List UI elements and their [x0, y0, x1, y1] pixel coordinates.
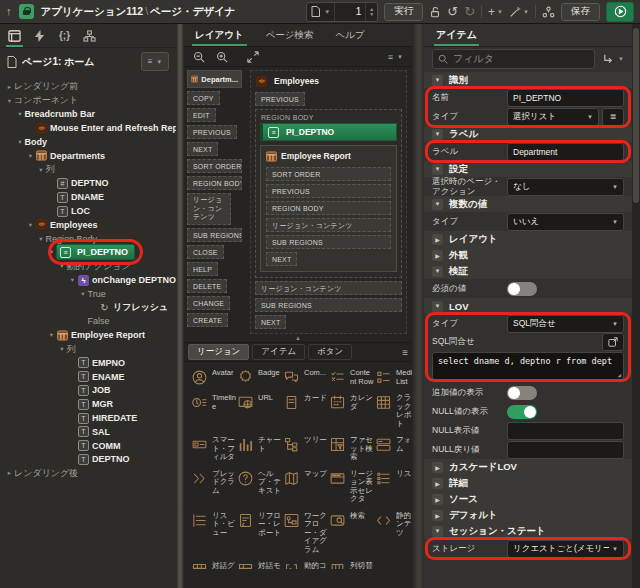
tab-processing[interactable]: {;} — [52, 24, 77, 47]
tab-レイアウト[interactable]: レイアウト — [184, 24, 255, 46]
selected-tree-item[interactable]: ≡PI_DEPTNO — [56, 244, 135, 260]
gallery-item-badge[interactable]: Badge — [237, 369, 282, 386]
left-splitter[interactable] — [176, 24, 184, 588]
slot-リージョン・コンテンツ[interactable]: リージョン・コンテンツ — [266, 218, 391, 232]
collapse-handle[interactable]: ▲ — [295, 335, 301, 341]
tree-item-employee-report[interactable]: ▾Employee Report — [0, 328, 176, 342]
選択時のページ・アクション-select[interactable]: なし▼ — [507, 178, 624, 196]
追加値の表示-toggle[interactable] — [507, 386, 537, 400]
redo-icon[interactable]: ↻ — [464, 5, 475, 18]
tree-item-mouse-enter-and-refresh-report[interactable]: </>Mouse Enter and Refresh Report — [0, 121, 176, 135]
filter-input[interactable]: フィルタ — [432, 49, 595, 69]
tab-ページ検索[interactable]: ページ検索 — [255, 24, 325, 46]
slot-リージョン・コンテンツ[interactable]: リージョン・コンテンツ — [187, 193, 231, 225]
list-of-values-button[interactable]: ≣ — [602, 108, 624, 126]
slot-sub-regions[interactable]: SUB REGIONS — [187, 228, 242, 242]
tab-shared-components[interactable] — [77, 24, 102, 47]
layout-menu-icon[interactable]: ≡▼ — [388, 52, 403, 62]
null値の表示-toggle[interactable] — [507, 405, 537, 419]
chevron-right-icon[interactable]: ▶ — [432, 234, 443, 245]
page-selector[interactable]: ▼ 1 ▲▼ — [306, 2, 378, 22]
right-splitter[interactable] — [412, 24, 424, 588]
utilities-wand-icon[interactable]: ▼ — [509, 6, 529, 18]
tab-item[interactable]: アイテム — [434, 24, 479, 46]
gallery-item-chart[interactable]: チャート — [237, 436, 282, 462]
gallery-item-workflow-diagram[interactable]: ワークフロー・ダイアグラム — [283, 512, 328, 555]
slot-sub-regions[interactable]: SUB REGIONS — [266, 235, 391, 249]
departments-region[interactable]: Departm... COPYEDITPREVIOUSNEXTSORT ORDE… — [187, 70, 242, 327]
gallery-tab-リージョン[interactable]: リージョン — [188, 344, 249, 360]
tree-item-動的アクション[interactable]: ▾動的アクション — [0, 259, 176, 273]
gallery-item-timeline[interactable]: Timeline — [191, 394, 236, 428]
chevron-down-icon[interactable]: ▼ — [432, 526, 443, 537]
gallery-item-interactive-grid[interactable]: 対話グリッド — [191, 562, 236, 569]
save-button[interactable]: 保存 — [561, 3, 600, 21]
gallery-item-map[interactable]: マップ — [283, 470, 328, 504]
slot-edit[interactable]: EDIT — [187, 108, 216, 122]
名前-input[interactable]: PI_DEPTNO — [507, 89, 624, 107]
null戻り値-input[interactable] — [507, 441, 624, 459]
section-header-レイアウト[interactable]: ▶レイアウト — [424, 231, 632, 247]
null表示値-input[interactable] — [507, 422, 624, 440]
gallery-item-media-list[interactable]: Media List — [375, 369, 412, 386]
gallery-item-form[interactable]: フォーム — [375, 436, 412, 462]
resize-grip-icon[interactable]: ◢ — [617, 371, 621, 378]
gallery-item-breadcrumb[interactable]: ブレッドクラム — [191, 470, 236, 504]
gallery-item-smart-filter[interactable]: スマート・フィルタ — [191, 436, 236, 462]
slot-previous[interactable]: PREVIOUS — [255, 92, 305, 106]
slot-next[interactable]: NEXT — [266, 252, 297, 266]
slot-previous[interactable]: PREVIOUS — [187, 125, 237, 139]
tree-item-onchange-deptno[interactable]: ▾ϟonChange DEPTNO — [0, 273, 176, 287]
section-header-識別[interactable]: ▼識別 — [424, 72, 632, 88]
chevron-right-icon[interactable]: ▶ — [432, 510, 443, 521]
ラベル-input[interactable]: Department — [507, 143, 624, 161]
section-header-ソース[interactable]: ▶ソース — [424, 491, 632, 507]
slot-delete[interactable]: DELETE — [187, 279, 227, 293]
section-header-カスケードlov[interactable]: ▶カスケードLOV — [424, 459, 632, 475]
tab-ヘルプ[interactable]: ヘルプ — [325, 24, 376, 46]
slot-help[interactable]: HELP — [187, 262, 218, 276]
gallery-menu-icon[interactable]: ≡ — [402, 347, 408, 358]
section-header-デフォルト[interactable]: ▶デフォルト — [424, 507, 632, 523]
gallery-item-dynamic-content[interactable]: 動的コンテンツ — [283, 562, 328, 569]
タイプ-select[interactable]: 選択リスト▼ — [507, 108, 599, 126]
sql-query-editor[interactable]: select dname d, deptno r from dept◢ — [432, 352, 624, 380]
gallery-item-help-text[interactable]: ヘルプ・テキスト — [237, 470, 282, 504]
chevron-down-icon[interactable]: ▼ — [432, 301, 443, 312]
employee-report-header[interactable]: Employee Report — [266, 148, 391, 164]
employees-region[interactable]: </> Employees PREVIOUS REGION BODY ≡ PI_… — [250, 70, 407, 334]
employees-region-header[interactable]: </> Employees — [255, 73, 402, 89]
tree-item-dname[interactable]: TDNAME — [0, 190, 176, 204]
tree-item-レンダリング前[interactable]: ▸レンダリング前 — [0, 80, 176, 94]
gallery-tab-アイテム[interactable]: アイテム — [252, 344, 305, 360]
page-spinner[interactable]: ▲▼ — [365, 3, 377, 21]
tree-item-true[interactable]: ▾True — [0, 287, 176, 301]
gallery-item-list-view[interactable]: リスト・ビュー — [191, 512, 236, 555]
tree-item-コンポーネント[interactable]: ▾コンポーネント — [0, 94, 176, 108]
page-number-input[interactable]: 1 — [335, 6, 365, 17]
gallery-item-reflow-report[interactable]: リフロー・レポート — [237, 512, 282, 555]
gallery-tab-ボタン[interactable]: ボタン — [308, 344, 352, 360]
section-header-詳細[interactable]: ▶詳細 — [424, 475, 632, 491]
gallery-item-avatar[interactable]: Avatar — [191, 369, 236, 386]
gallery-item-tree[interactable]: ツリー — [283, 436, 328, 462]
chevron-right-icon[interactable]: ▶ — [432, 462, 443, 473]
chevron-down-icon[interactable]: ▼ — [432, 164, 443, 175]
tree-item-departments[interactable]: ▾Departments — [0, 149, 176, 163]
page-doc-icon[interactable]: ▼ — [307, 3, 335, 21]
tree-item-列[interactable]: ▾列 — [0, 163, 176, 177]
code-editor-button[interactable] — [602, 333, 624, 351]
run-page-button[interactable] — [606, 2, 634, 22]
gallery-item-calendar[interactable]: カレンダ — [329, 394, 374, 428]
タイプ-select[interactable]: SQL問合せ▼ — [507, 315, 624, 333]
tree-item-ename[interactable]: TENAME — [0, 370, 176, 384]
slot-copy[interactable]: COPY — [187, 91, 220, 105]
slot-close[interactable]: CLOSE — [187, 245, 224, 259]
gallery-item-static-content[interactable]: 静的コンテンツ — [375, 512, 412, 555]
gallery-item-url[interactable]: URL — [237, 394, 282, 428]
slot-change[interactable]: CHANGE — [187, 296, 230, 310]
chevron-right-icon[interactable]: ▶ — [432, 494, 443, 505]
gallery-item-list[interactable]: リスト — [375, 470, 412, 504]
zoom-in-icon[interactable] — [216, 51, 228, 63]
section-header-外観[interactable]: ▶外観 — [424, 247, 632, 263]
